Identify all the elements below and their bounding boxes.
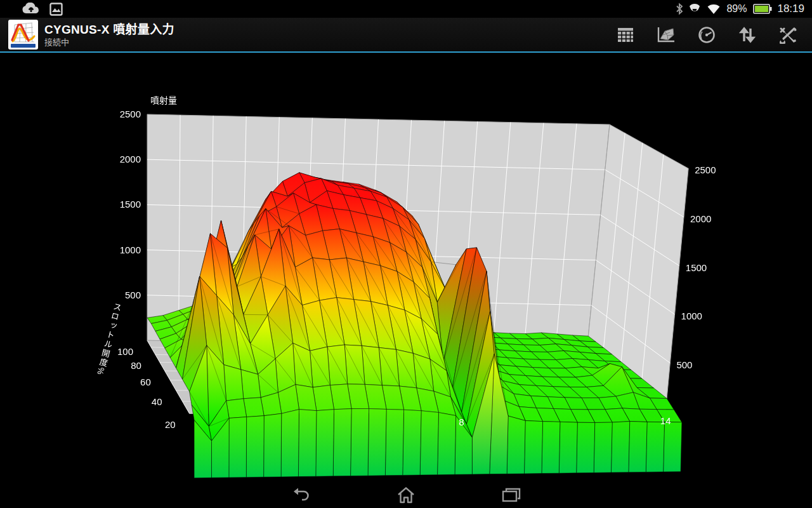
app-logo[interactable] (8, 20, 38, 50)
transfer-button[interactable] (727, 19, 768, 51)
table-view-button[interactable] (605, 19, 646, 51)
battery-icon (753, 3, 772, 15)
home-icon (396, 486, 416, 504)
gallery-icon (49, 3, 63, 16)
recents-button[interactable] (489, 484, 534, 507)
wifi-icon (706, 3, 721, 15)
clock-label: 18:19 (777, 3, 804, 15)
gauge-icon (698, 26, 716, 44)
home-button[interactable] (384, 484, 428, 507)
action-bar (605, 19, 808, 51)
bluetooth-icon (676, 3, 683, 15)
tools-icon (778, 26, 797, 44)
transfer-updown-icon (739, 26, 756, 44)
back-icon (290, 487, 311, 504)
battery-percent-label: 89% (726, 3, 747, 15)
cloud-upload-icon (22, 3, 41, 15)
notification-area (22, 3, 63, 16)
recents-icon (501, 487, 521, 504)
status-bar: 89% 18:19 (0, 0, 812, 18)
gauge-button[interactable] (686, 19, 727, 51)
app-title: CYGNUS-X 噴射量入力 (44, 22, 174, 37)
settings-tools-button[interactable] (768, 19, 808, 51)
android-nav-bar (0, 483, 812, 508)
title-block: CYGNUS-X 噴射量入力 接続中 (44, 22, 174, 48)
injection-map-3d-chart[interactable]: 噴射量 スロットル開度% 250020001500100050025002000… (0, 53, 812, 483)
surface-plot-canvas[interactable] (0, 53, 812, 483)
app-bar: CYGNUS-X 噴射量入力 接続中 (0, 18, 812, 53)
table-icon (617, 27, 634, 43)
tablet-screen: 89% 18:19 CY (0, 0, 812, 508)
smart-connect-icon (688, 3, 701, 15)
system-indicators: 89% 18:19 (676, 3, 804, 15)
connection-status: 接続中 (44, 37, 174, 48)
back-button[interactable] (278, 484, 323, 507)
surface-chart-icon (657, 26, 676, 44)
surface-chart-button[interactable] (646, 19, 686, 51)
